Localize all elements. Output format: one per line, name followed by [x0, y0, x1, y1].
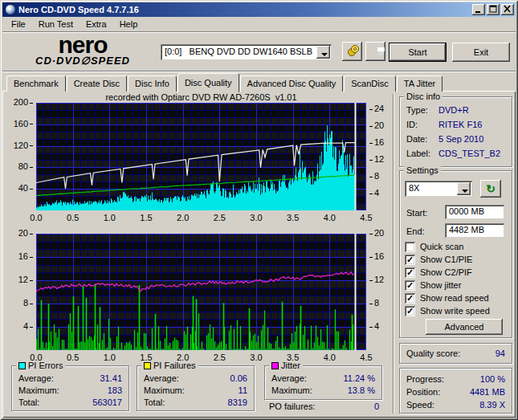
menu-file[interactable]: File [6, 18, 31, 30]
disc-id-label: ID: [406, 120, 418, 129]
cdspeed-logo-text: CD·DVD∅SPEED [10, 55, 155, 66]
exit-button[interactable]: Exit [452, 43, 510, 62]
axis-tick-label: 1.5 [133, 353, 159, 363]
checkbox-box[interactable]: ✓ [405, 280, 415, 291]
checkbox-box[interactable]: ✓ [405, 267, 415, 278]
axis-tick-label: 8 [369, 298, 390, 308]
checkbox-show-c1-pie[interactable]: ✓Show C1/PIE [405, 255, 508, 266]
axis-tick-label: 80 [6, 161, 33, 172]
checkbox-box[interactable]: ✓ [405, 306, 415, 316]
menubar: File Run Test Extra Help [2, 17, 516, 31]
axis-tick-label: 3.5 [280, 213, 306, 223]
panel-separator [393, 94, 394, 414]
app-icon [5, 4, 16, 15]
axis-tick-label: 4 [6, 321, 33, 332]
tab-create-disc[interactable]: Create Disc [67, 75, 127, 92]
pi-failures-group: PI Failures Average:0.06 Maximum:11 Tota… [137, 365, 255, 411]
disc-label-value: CDS_TEST_B2 [438, 149, 500, 158]
checkbox-box[interactable]: ✓ [405, 293, 415, 304]
pif-jitter-chart: 48121620481216200.00.51.01.52.02.53.03.5… [36, 234, 366, 350]
tab-scandisc[interactable]: ScanDisc [344, 75, 395, 92]
axis-tick-label: 20 [369, 120, 390, 131]
pie-maximum: 183 [108, 385, 122, 395]
axis-tick-label: 0.0 [23, 213, 49, 223]
checkbox-show-c2-pif[interactable]: ✓Show C2/PIF [405, 267, 508, 279]
axis-tick-label: 3.5 [280, 353, 306, 363]
axis-tick-label: 40 [6, 183, 33, 194]
drive-select[interactable]: [0:0] BENQ DVD DD DW1640 BSLB [161, 44, 332, 60]
chevron-down-icon [462, 190, 468, 193]
refresh-arrows-icon: ↻ [486, 182, 496, 195]
app-window: Nero CD-DVD Speed 4.7.7.16 File Run Test… [0, 0, 518, 420]
settings-group: Settings 8X ↻ Start: 0000 MB End: 4482 M… [399, 170, 512, 338]
end-position-label: End: [406, 226, 425, 236]
axis-tick-label: 8 [6, 298, 33, 308]
axis-tick-label: 1.0 [96, 213, 122, 223]
jitter-legend-swatch [271, 362, 279, 369]
checkbox-show-read-speed[interactable]: ✓Show read speed [405, 293, 508, 304]
pie-average: 31.41 [100, 373, 122, 383]
disc-info-title: Disc info [404, 92, 443, 101]
close-button[interactable] [501, 4, 514, 15]
axis-tick-label: 2.0 [170, 353, 196, 363]
speed-label: Speed: [406, 400, 434, 410]
pi-errors-group: PI Errors Average:31.41 Maximum:183 Tota… [11, 365, 129, 411]
checkbox-show-jitter[interactable]: ✓Show jitter [405, 280, 508, 292]
end-position-field[interactable]: 4482 MB [445, 223, 504, 238]
checkbox-show-write-speed[interactable]: ✓Show write speed [405, 306, 508, 317]
menu-run-test[interactable]: Run Test [33, 18, 79, 30]
po-failures-value: 0 [374, 402, 379, 411]
disc-info-group: Disc info Type:DVD+R ID:RITEK F16 Date:5… [399, 96, 512, 167]
quality-score-group: Quality score:94 [399, 343, 512, 364]
tab-benchmark[interactable]: Benchmark [6, 75, 66, 92]
checkbox-quick-scan[interactable]: Quick scan [405, 242, 508, 253]
header-divider [2, 71, 516, 72]
pie-total: 563017 [92, 398, 122, 407]
checkbox-box[interactable] [405, 242, 415, 252]
tab-advanced-disc-quality[interactable]: Advanced Disc Quality [240, 75, 344, 92]
disc-date-label: Date: [406, 134, 427, 144]
progress-group: Progress:100 % Position:4481 MB Speed:8.… [399, 368, 512, 414]
pif-total: 8319 [228, 398, 247, 407]
tab-disc-info[interactable]: Disc Info [128, 75, 177, 92]
start-position-field[interactable]: 0000 MB [445, 205, 504, 219]
axis-tick-label: 12 [369, 275, 390, 285]
maximize-button[interactable] [487, 4, 500, 15]
drive-select-value: [0:0] BENQ DVD DD DW1640 BSLB [165, 47, 312, 56]
axis-tick-label: 1.0 [96, 353, 122, 363]
position-label: Position: [406, 387, 440, 397]
speed-select-value: 8X [409, 183, 419, 193]
menu-help[interactable]: Help [114, 18, 144, 30]
axis-tick-label: 24 [369, 104, 390, 114]
progress-value: 100 % [480, 374, 505, 384]
start-button[interactable]: Start [389, 43, 447, 62]
titlebar[interactable]: Nero CD-DVD Speed 4.7.7.16 [2, 2, 516, 17]
axis-tick-label: 0.0 [23, 353, 49, 363]
save-button[interactable] [365, 42, 385, 61]
window-title: Nero CD-DVD Speed 4.7.7.16 [18, 5, 472, 14]
minimize-button[interactable] [472, 4, 485, 15]
tab-ta-jitter[interactable]: TA Jitter [397, 75, 443, 92]
quality-score-label: Quality score: [406, 349, 460, 358]
checkbox-box[interactable]: ✓ [405, 255, 415, 265]
speed-select-dropdown-button[interactable] [457, 182, 471, 195]
drive-select-dropdown-button[interactable] [316, 46, 330, 59]
speed-select[interactable]: 8X [405, 181, 472, 197]
header: nero CD·DVD∅SPEED [0:0] BENQ DVD DD DW16… [2, 33, 516, 71]
tabstrip: Benchmark Create Disc Disc Info Disc Qua… [6, 73, 443, 92]
disc-type-value: DVD+R [438, 105, 469, 115]
axis-tick-label: 16 [369, 251, 390, 262]
menu-extra[interactable]: Extra [80, 18, 112, 30]
axis-tick-label: 2.0 [170, 213, 196, 223]
tab-disc-quality[interactable]: Disc Quality [177, 73, 239, 92]
axis-tick-label: 0.5 [60, 213, 86, 223]
eject-button[interactable] [342, 42, 362, 61]
axis-tick-label: 120 [6, 141, 33, 151]
advanced-button[interactable]: Advanced [426, 319, 503, 335]
axis-tick-label: 3.0 [243, 353, 269, 363]
po-failures-label: PO failures: [269, 402, 315, 411]
pif-maximum: 11 [239, 385, 247, 395]
axis-tick-label: 4.0 [316, 213, 342, 223]
refresh-button[interactable]: ↻ [480, 180, 501, 198]
axis-tick-label: 16 [6, 251, 33, 262]
